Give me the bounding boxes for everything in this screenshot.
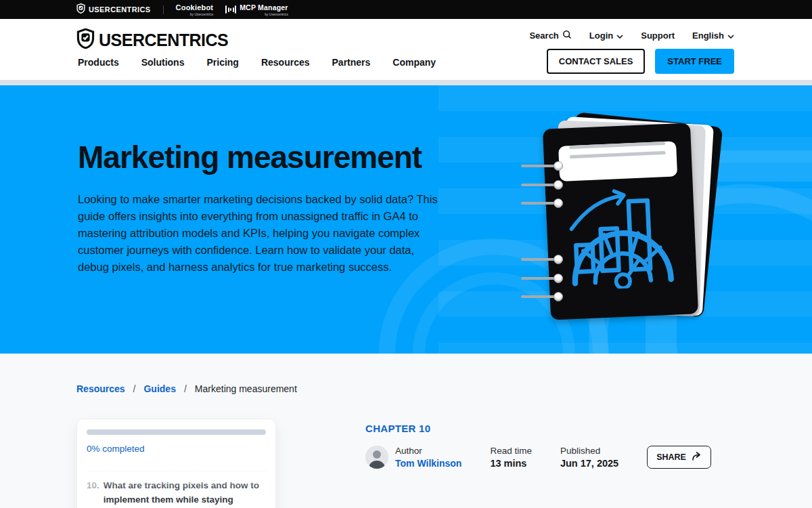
breadcrumb-separator: / <box>184 383 187 394</box>
search-label: Search <box>529 30 558 41</box>
share-label: SHARE <box>656 452 686 462</box>
notebook-front-cover <box>543 123 698 320</box>
share-arrow-icon <box>692 452 702 463</box>
nav-item-products[interactable]: Products <box>78 57 119 68</box>
nav-item-pricing[interactable]: Pricing <box>206 57 238 68</box>
language-menu[interactable]: English <box>692 30 734 41</box>
login-menu[interactable]: Login <box>589 30 623 41</box>
main-nav: Products Solutions Pricing Resources Par… <box>78 57 436 68</box>
spiral-ring <box>521 198 563 208</box>
language-label: English <box>692 30 724 41</box>
notebook-title-plate <box>558 141 677 182</box>
progress-bar <box>87 429 266 435</box>
published-value: Jun 17, 2025 <box>560 458 618 469</box>
mcp-manager-label: MCP Manager <box>240 3 288 12</box>
chapter-title: What are tracking pixels and how to impl… <box>104 479 268 508</box>
published-block: Published Jun 17, 2025 <box>560 446 618 469</box>
nav-item-resources[interactable]: Resources <box>261 57 310 68</box>
mcp-manager-icon <box>225 5 236 14</box>
breadcrumb: Resources / Guides / Marketing measureme… <box>76 354 734 394</box>
topbar-mcp-manager-logo[interactable]: MCP Manager by Usercentrics <box>225 3 288 16</box>
hero-section: Marketing measurement Looking to make sm… <box>0 85 812 354</box>
utility-nav: Search Login Support English <box>529 30 734 41</box>
spiral-ring <box>521 161 563 171</box>
notebook-illustration <box>547 126 694 317</box>
topbar-cookiebot-logo[interactable]: Cookiebot by Usercentrics <box>176 3 214 16</box>
main-content: Resources / Guides / Marketing measureme… <box>0 354 812 508</box>
start-free-button[interactable]: START FREE <box>655 49 734 74</box>
nav-item-partners[interactable]: Partners <box>332 57 371 68</box>
logo-text: USERCENTRICS <box>99 30 228 50</box>
hero-description: Looking to make smarter marketing decisi… <box>78 191 447 276</box>
search-link[interactable]: Search <box>529 30 571 41</box>
topbar-separator <box>163 5 164 14</box>
article-meta: CHAPTER 10 Author Tom Wilkinson <box>365 419 711 508</box>
author-label: Author <box>395 446 461 456</box>
chevron-down-icon <box>616 30 623 41</box>
cookiebot-byline: by Usercentrics <box>190 12 213 16</box>
author-block: Author Tom Wilkinson <box>365 446 461 469</box>
read-time-value: 13 mins <box>490 458 532 469</box>
breadcrumb-guides[interactable]: Guides <box>143 383 175 394</box>
spiral-ring <box>521 292 563 301</box>
chevron-down-icon <box>727 30 734 41</box>
cookiebot-label: Cookiebot <box>176 3 214 12</box>
read-time-label: Read time <box>490 446 532 456</box>
share-button[interactable]: SHARE <box>647 446 711 469</box>
author-avatar <box>365 446 388 469</box>
spiral-ring <box>521 180 563 190</box>
header-divider <box>0 80 812 85</box>
contact-sales-button[interactable]: CONTACT SALES <box>547 49 646 74</box>
login-label: Login <box>589 30 613 41</box>
nav-item-company[interactable]: Company <box>392 57 436 68</box>
search-icon <box>562 30 572 41</box>
topbar-usercentrics-label: USERCENTRICS <box>89 5 151 14</box>
published-label: Published <box>560 446 618 456</box>
support-link[interactable]: Support <box>641 30 675 41</box>
topbar-usercentrics-logo[interactable]: USERCENTRICS <box>76 3 151 16</box>
nav-item-solutions[interactable]: Solutions <box>141 57 185 68</box>
author-name-link[interactable]: Tom Wilkinson <box>395 458 461 469</box>
gauge-chart-icon <box>545 182 697 291</box>
site-header: USERCENTRICS Products Solutions Pricing … <box>0 19 812 80</box>
spiral-ring <box>521 255 563 264</box>
breadcrumb-current: Marketing measurement <box>195 383 297 394</box>
page-title: Marketing measurement <box>78 141 447 173</box>
read-time-block: Read time 13 mins <box>490 446 532 469</box>
chapter-number: 10. <box>87 479 99 508</box>
support-label: Support <box>641 30 675 41</box>
chapter-list: 10. What are tracking pixels and how to … <box>87 471 266 508</box>
usercentrics-logo[interactable]: USERCENTRICS <box>76 28 436 51</box>
chapter-list-item[interactable]: 10. What are tracking pixels and how to … <box>87 471 268 508</box>
chapter-label: CHAPTER 10 <box>365 423 711 434</box>
brand-bar: USERCENTRICS Cookiebot by Usercentrics M… <box>0 0 812 19</box>
mcp-manager-byline: by Usercentrics <box>265 12 288 16</box>
breadcrumb-separator: / <box>133 383 136 394</box>
usercentrics-shield-icon <box>76 3 85 16</box>
chapter-progress-card: 0% completed 10. What are tracking pixel… <box>76 419 276 508</box>
breadcrumb-resources[interactable]: Resources <box>76 383 125 394</box>
progress-label: 0% completed <box>87 444 266 454</box>
usercentrics-shield-icon <box>76 28 95 51</box>
spiral-ring <box>521 274 563 283</box>
